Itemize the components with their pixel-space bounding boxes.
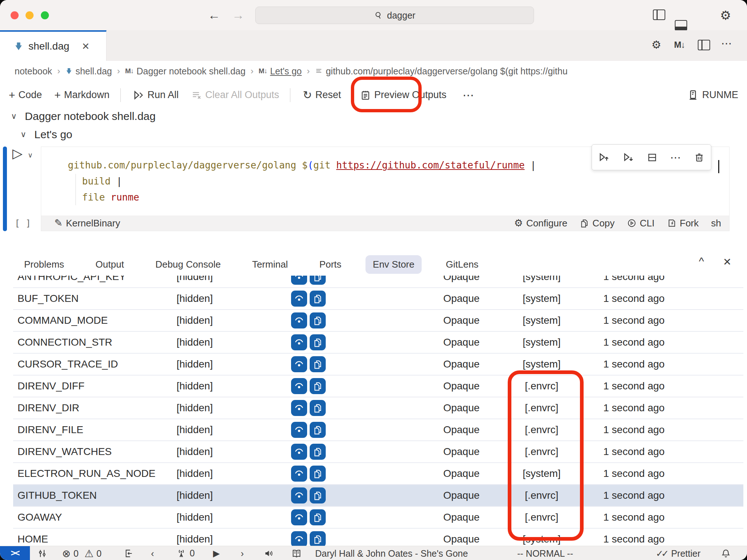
nav-prev-icon[interactable]: ‹ [151,548,154,559]
run-task-icon[interactable]: ▶ [213,548,220,559]
reveal-value-button[interactable] [291,356,307,372]
editor-settings-gear-icon[interactable]: ⚙ [651,38,661,51]
reveal-value-button[interactable] [291,531,307,546]
copy-value-button[interactable] [310,509,326,525]
reveal-value-button[interactable] [291,291,307,307]
reveal-value-button[interactable] [291,422,307,438]
configure-button[interactable]: ⚙ Configure [514,217,567,229]
env-table-row[interactable]: DIRENV_WATCHES[hidden]Opaque[.envrc]1 se… [13,441,743,463]
add-code-button[interactable]: + Code [9,89,42,101]
reveal-value-button[interactable] [291,487,307,503]
copy-value-button[interactable] [310,291,326,307]
env-table-row[interactable]: DIRENV_DIR[hidden]Opaque[.envrc]1 second… [13,397,743,419]
search-input[interactable]: dagger [255,7,534,24]
execute-above-icon[interactable] [598,152,610,163]
tab-shell-dag[interactable]: shell.dag ✕ [0,30,107,61]
panel-tab-gitlens[interactable]: GitLens [438,255,486,274]
toggle-primary-sidebar-icon[interactable] [653,9,665,20]
formatter-indicator[interactable]: ✓✓ Prettier [656,548,701,559]
toggle-panel-icon[interactable] [675,20,687,31]
env-table-row[interactable]: CURSOR_TRACE_ID[hidden]Opaque[system]1 s… [13,354,743,376]
copy-value-button[interactable] [310,422,326,438]
copy-value-button[interactable] [310,444,326,460]
env-table-row[interactable]: DIRENV_FILE[hidden]Opaque[.envrc]1 secon… [13,419,743,441]
env-table-row[interactable]: DIRENV_DIFF[hidden]Opaque[.envrc]1 secon… [13,376,743,397]
notebook-doc-header[interactable]: ∨ Dagger notebook shell.dag [11,110,156,122]
reveal-value-button[interactable] [291,276,307,285]
breadcrumb-item[interactable]: notebook [15,66,52,77]
chevron-down-icon[interactable]: ∨ [11,112,17,121]
reveal-value-button[interactable] [291,378,307,394]
reveal-value-button[interactable] [291,312,307,328]
panel-tab-terminal[interactable]: Terminal [245,255,295,274]
panel-tab-debug-console[interactable]: Debug Console [148,255,228,274]
reveal-value-button[interactable] [291,444,307,460]
copy-button[interactable]: Copy [580,218,615,229]
settings-gear-icon[interactable]: ⚙ [720,8,731,23]
delete-cell-icon[interactable] [694,152,705,163]
breadcrumb-item[interactable]: shell.dag [65,66,112,77]
book-icon[interactable] [291,548,302,559]
panel-tab-env-store[interactable]: Env Store [365,255,422,274]
copy-value-button[interactable] [310,276,326,285]
env-table-row[interactable]: ANTHROPIC_API_KEY[hidden]Opaque[system]1… [13,276,743,288]
editor-more-actions-icon[interactable]: ⋯ [721,37,732,50]
add-markdown-button[interactable]: + Markdown [54,89,109,101]
reset-button[interactable]: ↻ Reset [303,89,341,101]
forward-icon[interactable]: → [232,8,244,22]
breadcrumb-item[interactable]: M↓Let's go [259,66,302,77]
copy-value-button[interactable] [310,400,326,416]
env-table-row[interactable]: HOME[hidden]Opaque[system]1 second ago [13,529,743,546]
notifications-bell-icon[interactable] [721,548,731,559]
notebook-section-header[interactable]: ∨ Let's go [20,128,72,141]
clear-all-outputs-button[interactable]: Clear All Outputs [191,89,279,101]
source-control-graph-icon[interactable] [37,548,47,559]
ports-indicator[interactable]: 0 [176,548,195,559]
preview-outputs-button[interactable]: Preview Outputs [360,89,446,101]
nav-next-icon[interactable]: › [241,548,244,559]
fork-button[interactable]: Fork [667,218,699,229]
env-table-row[interactable]: GOAWAY[hidden]Opaque[.envrc]1 second ago [13,507,743,529]
copy-value-button[interactable] [310,487,326,503]
toolbar-more-icon[interactable]: ⋯ [462,88,474,102]
run-cell-icon[interactable]: ▷ [12,146,23,161]
reveal-value-button[interactable] [291,509,307,525]
run-cell-dropdown-icon[interactable]: ∨ [28,151,33,159]
kernel-selector[interactable]: ✎ KernelBinary [54,217,120,229]
panel-maximize-icon[interactable]: ^ [699,255,704,268]
remote-indicator[interactable]: >< [0,546,30,560]
env-table-row[interactable]: ELECTRON_RUN_AS_NODE[hidden]Opaque[syste… [13,463,743,485]
cell-language-label[interactable]: sh [711,218,721,229]
execute-below-icon[interactable] [623,152,634,163]
split-editor-icon[interactable] [698,40,710,50]
breadcrumb-item[interactable]: github.com/purpleclay/daggerverse/golang… [315,66,568,77]
now-playing[interactable]: Daryl Hall & John Oates - She's Gone [315,548,468,559]
reveal-value-button[interactable] [291,334,307,350]
split-cell-icon[interactable] [647,152,658,163]
problems-summary[interactable]: ⊗ 0 ⚠ 0 [62,547,101,559]
copy-value-button[interactable] [310,531,326,546]
cli-button[interactable]: CLI [627,218,654,229]
reveal-value-button[interactable] [291,400,307,416]
copy-value-button[interactable] [310,378,326,394]
panel-exit-icon[interactable] [123,548,133,559]
tab-close-icon[interactable]: ✕ [82,41,90,52]
copy-value-button[interactable] [310,334,326,350]
cell-more-icon[interactable]: ⋯ [670,151,681,164]
code-editor[interactable]: github.com/purpleclay/daggerverse/golang… [68,157,536,205]
chevron-down-icon[interactable]: ∨ [20,130,26,139]
traffic-light-minimize[interactable] [26,11,34,19]
panel-tab-ports[interactable]: Ports [312,255,349,274]
env-table-row[interactable]: BUF_TOKEN[hidden]Opaque[system]1 second … [13,288,743,310]
env-table-row[interactable]: GITHUB_TOKEN[hidden]Opaque[.envrc]1 seco… [13,485,743,507]
run-all-button[interactable]: Run All [133,89,179,101]
panel-tab-output[interactable]: Output [88,255,131,274]
copy-value-button[interactable] [310,466,326,482]
traffic-light-close[interactable] [11,11,19,19]
back-icon[interactable]: ← [208,8,220,22]
markdown-export-icon[interactable]: M↓ [674,40,685,50]
volume-icon[interactable] [263,548,274,559]
runme-button[interactable]: RUNME [687,89,738,101]
panel-tab-problems[interactable]: Problems [17,255,71,274]
env-table-row[interactable]: COMMAND_MODE[hidden]Opaque[system]1 seco… [13,310,743,332]
